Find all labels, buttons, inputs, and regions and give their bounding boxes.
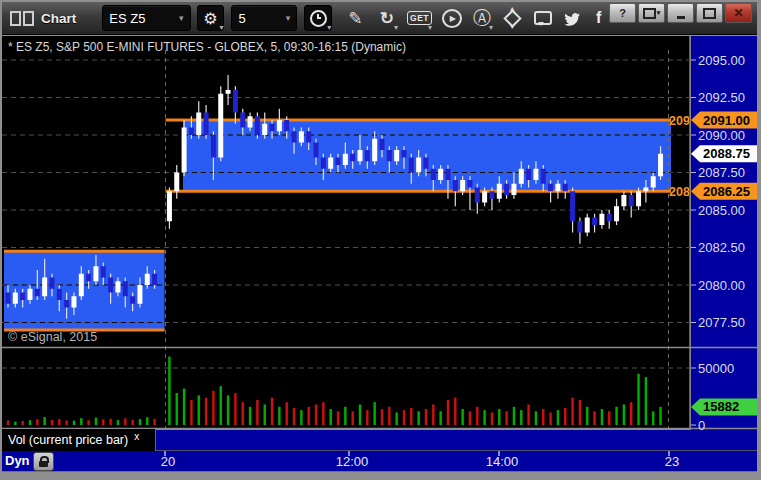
- depth-button[interactable]: ▲ ▼: [501, 6, 523, 30]
- candle-body: [607, 214, 612, 222]
- volume-bar: [146, 417, 148, 425]
- candle-body: [196, 113, 201, 136]
- volume-bar: [359, 404, 361, 425]
- maximize-icon: [703, 8, 716, 19]
- candle-body: [233, 90, 238, 113]
- candle-body: [262, 124, 267, 135]
- symbol-combo[interactable]: ES Z5 ▾: [102, 5, 190, 31]
- candle-body: [548, 184, 553, 192]
- volume-bar: [601, 409, 603, 425]
- candle-body: [13, 293, 18, 304]
- volume-bar: [366, 410, 368, 425]
- interval-value: 5: [238, 11, 245, 26]
- twitter-icon: [563, 10, 580, 27]
- candle-body: [27, 289, 32, 300]
- close-indicator-button[interactable]: x: [134, 431, 139, 442]
- candle-body: [504, 184, 509, 195]
- volume-bar: [139, 419, 141, 425]
- candle-body: [526, 169, 531, 180]
- replay-button[interactable]: ▶: [441, 6, 463, 30]
- chevron-down-icon: ▾: [327, 24, 331, 32]
- candle-body: [482, 191, 487, 202]
- candle-body: [35, 289, 40, 297]
- alerts-button[interactable]: Ⓐ ▾: [471, 6, 493, 30]
- volume-bar: [505, 411, 507, 425]
- candle-body: [336, 158, 341, 166]
- volume-bar: [417, 411, 419, 425]
- chart-canvas[interactable]: 2091.002086.252095.002092.502090.002087.…: [0, 0, 761, 480]
- volume-bar: [308, 407, 310, 425]
- help-button[interactable]: ?: [609, 3, 636, 23]
- minimize-button[interactable]: [667, 3, 694, 23]
- volume-bar: [212, 391, 214, 425]
- volume-bar: [403, 410, 405, 425]
- close-button[interactable]: ✕: [725, 3, 752, 23]
- candle-body: [137, 285, 142, 304]
- price-axis-label: 2095.00: [698, 53, 745, 68]
- pane-title: * ES Z5, S&P 500 E-MINI FUTURES - GLOBEX…: [8, 40, 406, 54]
- time-axis-strip[interactable]: [2, 450, 757, 471]
- volume-bar: [527, 404, 529, 425]
- twitter-button[interactable]: [560, 6, 582, 30]
- candle-body: [460, 180, 465, 191]
- volume-bar: [344, 407, 346, 425]
- chevron-down-icon[interactable]: ▾: [280, 13, 291, 23]
- chevron-down-icon[interactable]: ▾: [173, 13, 184, 23]
- window-controls: ? ▾ ✕: [609, 3, 752, 23]
- volume-bar: [21, 421, 23, 425]
- reload-button[interactable]: ↻ ▾: [376, 6, 398, 30]
- volume-bar: [439, 411, 441, 425]
- volume-bar: [586, 407, 588, 425]
- chat-button[interactable]: [531, 6, 553, 30]
- candle-body: [541, 169, 546, 184]
- symbol-value: ES Z5: [109, 11, 145, 26]
- candle-body: [585, 218, 590, 233]
- volume-bar: [153, 419, 155, 425]
- candle-body: [475, 188, 480, 203]
- arrow-down-icon: ▼: [509, 24, 516, 30]
- volume-bar: [483, 410, 485, 425]
- candle-body: [115, 281, 120, 292]
- price-axis-label: 2077.50: [698, 315, 745, 330]
- toolbar: Chart ES Z5 ▾ ⚙ ▾ 5 ▾ ▾ ✎ ↻ ▾ GET ▾ ▶: [2, 2, 757, 35]
- candle-body: [42, 278, 47, 297]
- lock-button[interactable]: [33, 452, 54, 471]
- candle-body: [211, 135, 216, 158]
- time-interval-button[interactable]: ▾: [304, 5, 332, 31]
- price-axis-label: 2082.50: [698, 240, 745, 255]
- candle-body: [467, 180, 472, 188]
- volume-bar: [293, 408, 295, 425]
- facebook-button[interactable]: f: [588, 6, 609, 30]
- volume-bar: [198, 395, 200, 425]
- get-studies-button[interactable]: GET ▾: [407, 6, 432, 30]
- volume-bar: [542, 409, 544, 425]
- candle-body: [314, 143, 319, 158]
- volume-bar: [315, 404, 317, 425]
- volume-bar: [278, 407, 280, 425]
- volume-bar: [220, 386, 222, 425]
- volume-bar: [87, 420, 89, 425]
- close-icon: ✕: [734, 6, 744, 20]
- facebook-icon: f: [596, 9, 601, 27]
- link-window-button[interactable]: ▾: [638, 3, 665, 23]
- interval-combo[interactable]: 5 ▾: [231, 5, 297, 31]
- maximize-button[interactable]: [696, 3, 723, 23]
- volume-bar: [264, 404, 266, 425]
- copyright-label: © eSignal, 2015: [8, 330, 97, 344]
- scrollbar-strip[interactable]: [156, 430, 757, 450]
- candle-body: [643, 188, 648, 192]
- symbol-settings-button[interactable]: ⚙ ▾: [197, 5, 225, 31]
- candle-body: [189, 128, 194, 136]
- volume-bar: [476, 407, 478, 425]
- candle-body: [123, 281, 128, 296]
- volume-bar: [29, 420, 31, 425]
- candle-body: [365, 150, 370, 161]
- candle-body: [49, 278, 54, 289]
- time-axis-label: 23: [665, 454, 679, 469]
- volume-bar: [242, 402, 244, 425]
- chart-window: 2091.002086.252095.002092.502090.002087.…: [0, 0, 761, 480]
- draw-tool-button[interactable]: ✎: [344, 6, 366, 30]
- candle-body: [445, 169, 450, 180]
- volume-bar: [388, 407, 390, 425]
- volume-bar: [630, 402, 632, 425]
